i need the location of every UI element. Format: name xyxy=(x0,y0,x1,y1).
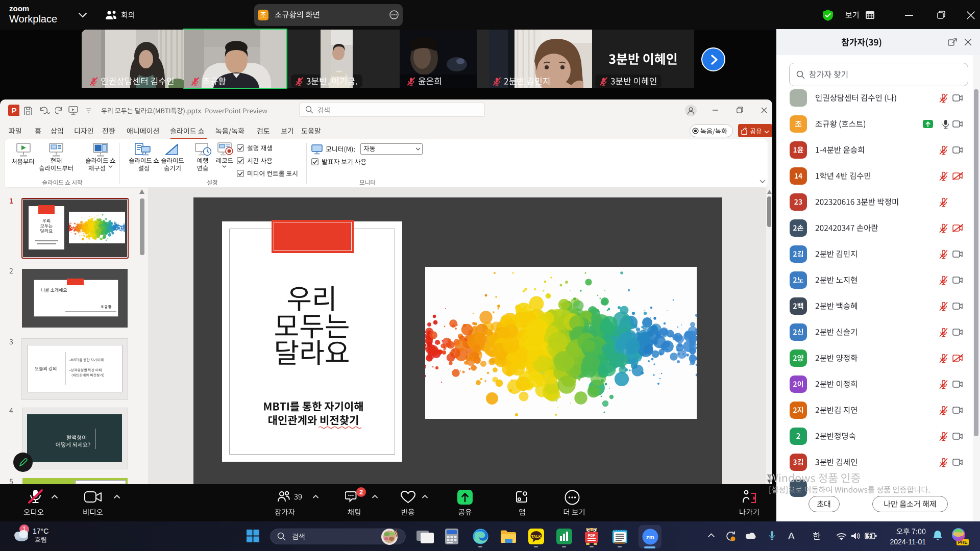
svg-text:TALK: TALK xyxy=(531,534,542,539)
svg-text:P: P xyxy=(11,106,16,115)
svg-text:PDF: PDF xyxy=(588,534,596,537)
svg-text:zm: zm xyxy=(646,534,654,540)
